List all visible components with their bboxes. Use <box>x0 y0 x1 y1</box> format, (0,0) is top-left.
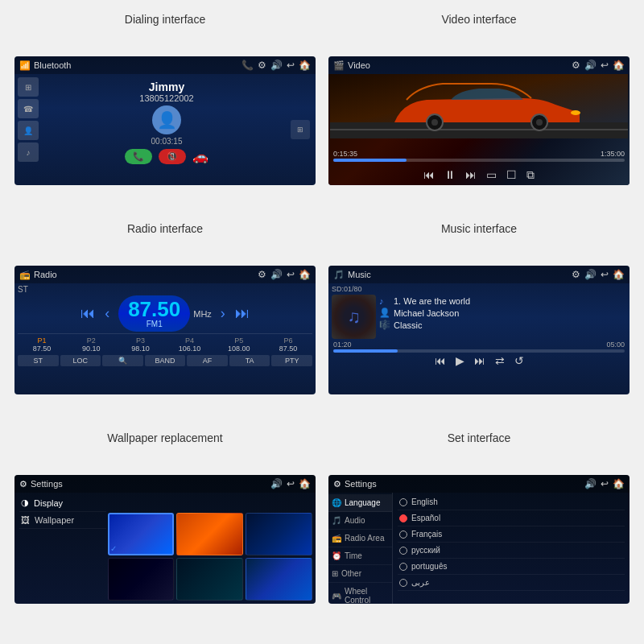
preset-4[interactable]: P4 106.10 <box>166 336 214 353</box>
music-progress-track[interactable] <box>333 349 625 353</box>
lang-english[interactable]: English <box>398 494 625 510</box>
preset-3[interactable]: P3 98.10 <box>116 336 164 353</box>
set-time-item[interactable]: ⏰ Time <box>328 547 392 565</box>
reject-call-btn[interactable]: 📵 <box>159 149 186 164</box>
video-prev-btn[interactable]: ⏮ <box>423 168 435 182</box>
radio-freq-box: 87.50 FM1 <box>118 295 190 332</box>
video-next-btn[interactable]: ⏭ <box>465 168 477 182</box>
radio-back-icon[interactable]: ↩ <box>287 269 295 280</box>
phone-icon[interactable]: 📞 <box>242 60 254 71</box>
radio-home-icon[interactable]: 🏠 <box>299 269 311 280</box>
set-radio-area-item[interactable]: 📻 Radio Area <box>328 530 392 547</box>
wallpaper-thumb-6[interactable] <box>246 558 312 601</box>
language-icon: 🌐 <box>332 498 341 507</box>
video-home-icon[interactable]: 🏠 <box>613 60 625 71</box>
wallpaper-menu-item[interactable]: 🖼 Wallpaper <box>19 512 106 529</box>
back-icon[interactable]: ↩ <box>287 60 295 71</box>
video-repeat-btn[interactable]: ⧉ <box>526 168 535 182</box>
radio-prev-btn[interactable]: ⏮ <box>80 305 96 322</box>
music-prev-btn[interactable]: ⏮ <box>435 354 446 367</box>
radio-band-btn[interactable]: BAND <box>145 355 186 366</box>
radio-next-step-btn[interactable]: › <box>215 305 231 322</box>
music-next-btn[interactable]: ⏭ <box>474 354 485 367</box>
set-icons: 🔊 ↩ 🏠 <box>584 478 625 489</box>
lang-arabic[interactable]: عربى <box>398 575 625 591</box>
preset-5[interactable]: P5 108.00 <box>215 336 263 353</box>
video-fullscreen-btn[interactable]: ☐ <box>506 168 517 182</box>
radio-search-btn[interactable]: 🔍 <box>102 355 143 366</box>
wallpaper-thumb-5[interactable] <box>176 558 243 601</box>
radio-af-btn[interactable]: AF <box>187 355 228 366</box>
radio-volume-icon[interactable]: 🔊 <box>270 269 283 280</box>
wallpaper-volume-icon[interactable]: 🔊 <box>270 478 283 489</box>
wallpaper-thumb-4[interactable] <box>108 558 175 601</box>
dial-keypad-btn[interactable]: ⊞ <box>18 77 39 97</box>
set-back-icon[interactable]: ↩ <box>601 478 609 489</box>
other-icon: ⊞ <box>332 569 338 578</box>
radio-prev-step-btn[interactable]: ‹ <box>99 305 115 322</box>
wallpaper-thumb-2[interactable] <box>176 513 243 555</box>
preset-6-label: P6 <box>264 336 312 345</box>
volume-icon[interactable]: 🔊 <box>270 60 283 71</box>
caller-avatar: 👤 <box>152 105 181 134</box>
video-volume-icon[interactable]: 🔊 <box>584 60 597 71</box>
lang-portuguese[interactable]: português <box>398 559 625 575</box>
video-back-icon[interactable]: ↩ <box>601 60 609 71</box>
radio-next-btn[interactable]: ⏭ <box>234 305 250 322</box>
wallpaper-thumb-1[interactable]: ✓ <box>108 513 175 555</box>
dial-contacts-btn[interactable]: 👤 <box>18 121 39 140</box>
dialing-title: Bluetooth <box>34 60 238 70</box>
keypad-grid-btn[interactable]: ⊞ <box>291 120 310 139</box>
music-label: Music interface <box>322 217 636 266</box>
set-home-icon[interactable]: 🏠 <box>613 478 625 489</box>
preset-2[interactable]: P2 90.10 <box>67 336 115 353</box>
wallpaper-thumb-3[interactable] <box>246 513 312 555</box>
caller-number: 13805122002 <box>139 93 193 103</box>
dial-call-btn[interactable]: ☎ <box>18 99 39 118</box>
radio-loc-btn[interactable]: LOC <box>60 355 101 366</box>
preset-6[interactable]: P6 87.50 <box>264 336 312 353</box>
wallpaper-home-icon[interactable]: 🏠 <box>299 478 311 489</box>
settings-icon[interactable]: ⚙ <box>258 60 266 71</box>
home-icon[interactable]: 🏠 <box>299 60 311 71</box>
music-track-row: ♪ 1. We are the world <box>379 296 626 306</box>
video-progress-track[interactable] <box>333 159 625 162</box>
video-settings-icon[interactable]: ⚙ <box>572 60 580 71</box>
time-label: Time <box>345 551 362 560</box>
radio-pty-btn[interactable]: PTY <box>271 355 312 366</box>
radio-mhz-label: MHz <box>193 309 212 319</box>
set-audio-item[interactable]: 🎵 Audio <box>328 512 392 530</box>
video-aspect-btn[interactable]: ▭ <box>486 168 497 182</box>
wallpaper-back-icon[interactable]: ↩ <box>287 478 295 489</box>
set-other-item[interactable]: ⊞ Other <box>328 565 392 583</box>
radio-settings-icon[interactable]: ⚙ <box>258 269 266 280</box>
lang-russian[interactable]: русский <box>398 543 625 559</box>
lang-french[interactable]: Français <box>398 526 625 543</box>
music-settings-icon[interactable]: ⚙ <box>572 269 580 280</box>
music-shuffle-btn[interactable]: ⇄ <box>495 354 505 367</box>
preset-1[interactable]: P1 87.50 <box>18 336 66 353</box>
wallpaper-screen-wrapper: ⚙ Settings 🔊 ↩ 🏠 ◑ Display 🖼 Wallpape <box>14 475 316 604</box>
set-wheel-item[interactable]: 🎮 Wheel Control <box>328 583 392 604</box>
lang-spanish[interactable]: Español <box>398 510 625 526</box>
music-repeat-btn[interactable]: ↺ <box>514 354 524 367</box>
display-menu-item[interactable]: ◑ Display <box>19 494 106 512</box>
set-language-item[interactable]: 🌐 Language <box>328 494 392 512</box>
set-volume-icon[interactable]: 🔊 <box>584 478 597 489</box>
dial-music-btn[interactable]: ♪ <box>18 142 39 162</box>
music-home-icon[interactable]: 🏠 <box>613 269 625 280</box>
radio-title: Radio <box>34 270 254 279</box>
music-volume-icon[interactable]: 🔊 <box>584 269 597 280</box>
accept-call-btn[interactable]: 📞 <box>125 149 152 164</box>
car-audio-btn[interactable]: 🚗 <box>192 149 208 164</box>
radio-st-btn[interactable]: ST <box>18 355 59 366</box>
video-pause-btn[interactable]: ⏸ <box>444 168 456 182</box>
video-content: 0:15:35 1:35:00 ⏮ ⏸ ⏭ ▭ ☐ ⧉ <box>328 74 630 185</box>
music-back-icon[interactable]: ↩ <box>601 269 609 280</box>
radio-ta-btn[interactable]: TA <box>229 355 270 366</box>
radio-screen: 📻 Radio ⚙ 🔊 ↩ 🏠 ST ⏮ ‹ 87.50 FM1 <box>14 266 316 394</box>
music-play-btn[interactable]: ▶ <box>456 354 464 367</box>
video-total-time: 1:35:00 <box>601 150 625 158</box>
svg-point-7 <box>571 110 580 115</box>
dial-left-buttons: ⊞ ☎ 👤 ♪ <box>18 77 42 182</box>
